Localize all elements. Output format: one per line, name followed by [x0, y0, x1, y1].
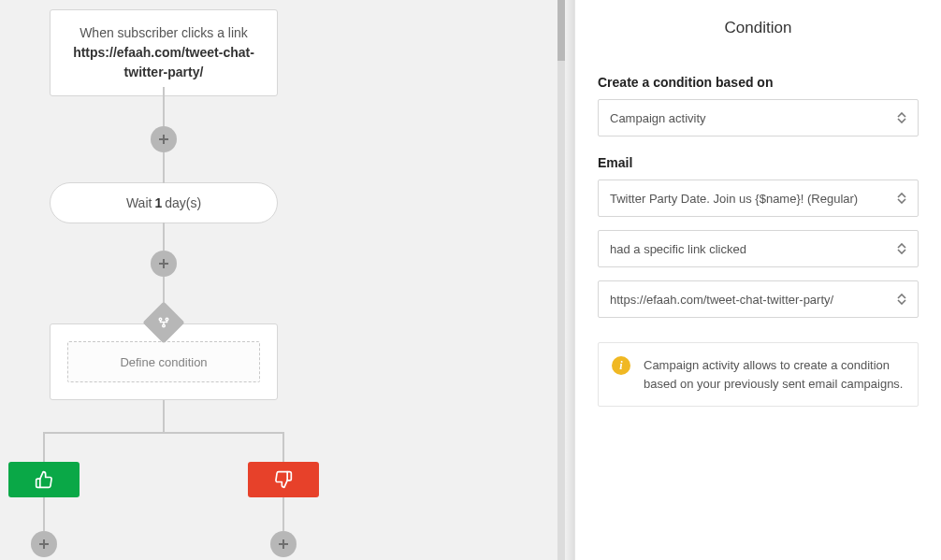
add-step-no-button[interactable]: [270, 531, 297, 557]
info-box: i Campaign activity allows to create a c…: [598, 342, 919, 407]
trigger-text: When subscriber clicks a link: [80, 25, 248, 40]
chevron-updown-icon: [895, 111, 908, 124]
branch-no-button[interactable]: [248, 462, 319, 497]
add-step-button[interactable]: [151, 251, 177, 277]
wait-suffix: day(s): [165, 195, 201, 210]
connector: [163, 151, 165, 183]
connector: [43, 432, 284, 434]
connector: [43, 432, 45, 462]
connector: [282, 432, 284, 462]
select-link-url[interactable]: https://efaah.com/tweet-chat-twitter-par…: [598, 280, 919, 318]
select-email-action[interactable]: had a specific link clicked: [598, 230, 919, 267]
connector: [163, 223, 165, 251]
thumbs-up-icon: [35, 470, 53, 489]
trigger-node[interactable]: When subscriber clicks a link https://ef…: [50, 9, 278, 96]
connector: [43, 497, 45, 531]
workflow-canvas[interactable]: When subscriber clicks a link https://ef…: [0, 0, 574, 560]
add-step-yes-button[interactable]: [31, 531, 57, 557]
select-value: Campaign activity: [610, 111, 706, 125]
wait-node[interactable]: Wait 1 day(s): [50, 182, 278, 223]
panel-shadow: [565, 0, 574, 560]
info-text: Campaign activity allows to create a con…: [644, 356, 905, 393]
thumbs-down-icon: [274, 470, 293, 489]
label-condition-basis: Create a condition based on: [598, 75, 919, 90]
wait-count: 1: [154, 195, 162, 210]
connector: [163, 400, 165, 432]
add-step-button[interactable]: [151, 126, 177, 152]
scrollbar-track[interactable]: [557, 0, 565, 560]
wait-prefix: Wait: [126, 195, 152, 210]
chevron-updown-icon: [895, 192, 908, 205]
connector: [163, 87, 165, 127]
panel-title: Condition: [598, 19, 919, 37]
info-icon: i: [612, 356, 630, 375]
connector: [282, 497, 284, 531]
select-value: had a specific link clicked: [610, 242, 746, 256]
select-value: Twitter Party Date. Join us {$name}! (Re…: [610, 192, 858, 206]
chevron-updown-icon: [895, 293, 908, 306]
trigger-link: https://efaah.com/tweet-chat-twitter-par…: [73, 45, 254, 79]
branch-yes-button[interactable]: [8, 462, 80, 497]
select-value: https://efaah.com/tweet-chat-twitter-par…: [610, 293, 833, 307]
chevron-updown-icon: [895, 242, 908, 255]
define-condition-placeholder[interactable]: Define condition: [67, 341, 260, 382]
condition-panel: Condition Create a condition based on Ca…: [574, 0, 941, 560]
scrollbar-thumb[interactable]: [557, 0, 565, 61]
label-email: Email: [598, 155, 919, 170]
select-email-campaign[interactable]: Twitter Party Date. Join us {$name}! (Re…: [598, 179, 919, 217]
select-condition-basis[interactable]: Campaign activity: [598, 99, 919, 136]
